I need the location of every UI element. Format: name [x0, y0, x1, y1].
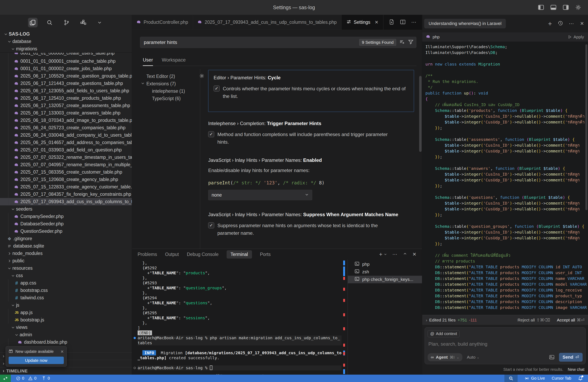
chat-tab[interactable]: Understanding whereHas() in Laravel [424, 19, 506, 28]
toc-item-TypeScript (6)[interactable]: TypeScript (6) [141, 95, 200, 102]
close-tab-icon[interactable]: ✕ [375, 20, 378, 25]
tree-folder-node_modules[interactable]: node_modules [0, 250, 132, 257]
setting-checkbox[interactable]: ✓ [208, 131, 214, 137]
new-chat-icon[interactable]: + [548, 20, 552, 28]
ports-status[interactable]: 0 [42, 376, 50, 381]
tree-item[interactable]: 2025_07_15_083356_create_customer_table.… [0, 169, 132, 176]
panel-tab-Terminal[interactable]: Terminal [227, 250, 252, 259]
tree-item[interactable]: .gitignore [0, 235, 132, 242]
tree-item[interactable]: QuestionSeeder.php [0, 228, 132, 235]
maximize-panel-icon[interactable] [403, 251, 407, 257]
tree-item[interactable]: 2025_07_17_093943_add_cus_ins_udp_column… [0, 198, 132, 205]
cursor-tab-status[interactable]: Cursor Tab [552, 376, 571, 381]
tree-item[interactable]: 2025_07_15_120608_create_agency_table.ph… [0, 176, 132, 183]
tree-item[interactable]: JSapp.js [0, 309, 132, 316]
toc-item-Extensions (7)[interactable]: Extensions (7) [141, 80, 200, 88]
tree-item[interactable]: JSbootstrap.js [0, 316, 132, 324]
apply-button[interactable]: Apply [568, 35, 584, 39]
source-control-icon[interactable] [62, 18, 71, 27]
tree-folder-admin[interactable]: admin [0, 331, 132, 339]
panel-tab-Ports[interactable]: Ports [260, 252, 271, 257]
filter-icon[interactable] [408, 39, 413, 45]
agent-mode-selector[interactable]: ∞ Agent ⌘I ⌄ [428, 353, 462, 361]
settings-gear-icon[interactable] [575, 4, 581, 10]
close-panel-icon[interactable]: ✕ [412, 251, 416, 257]
timeline-section[interactable]: ›TIMELINE [0, 367, 132, 375]
setting-checkbox[interactable]: ✓ [208, 222, 214, 228]
go-live-button[interactable]: Go Live [525, 376, 545, 381]
history-icon[interactable] [558, 20, 563, 27]
reject-all-button[interactable]: Reject all⇧⌘⌫ [518, 318, 550, 323]
terminal-more-icon[interactable]: ⋯ [392, 251, 398, 257]
views-chevron-icon[interactable] [95, 18, 104, 27]
setting-gear-icon[interactable] [199, 73, 204, 79]
send-button[interactable]: Send⏎ [559, 353, 583, 362]
explorer-icon[interactable] [28, 18, 38, 27]
tree-item[interactable]: CompanySeeder.php [0, 213, 132, 220]
chat-input-placeholder[interactable]: Plan, search, build anything [428, 341, 582, 347]
tree-item[interactable]: database.sqlite [0, 242, 132, 250]
tree-folder-css[interactable]: css [0, 272, 132, 279]
scope-tab-Workspace[interactable]: Workspace [162, 56, 186, 66]
tree-item[interactable]: 0001_01_01_000000_create_users_table.php [0, 53, 132, 57]
add-context-chip[interactable]: @ Add context [428, 330, 460, 337]
setting-dropdown[interactable]: none [208, 190, 312, 200]
extensions-icon[interactable] [78, 18, 88, 27]
clear-filters-icon[interactable] [399, 39, 405, 45]
editor-tab-Settings[interactable]: Settings✕ [342, 15, 383, 30]
notifications-bell-icon[interactable] [578, 376, 583, 381]
tree-folder-migrations[interactable]: migrations [0, 45, 132, 53]
zoom-indicator[interactable] [504, 375, 518, 382]
new-terminal-icon[interactable]: + [379, 251, 387, 258]
toggle-panel-icon[interactable] [550, 5, 556, 10]
terminal-session-php[interactable]: php [348, 261, 422, 268]
attach-image-icon[interactable] [549, 354, 555, 360]
tree-item[interactable]: 2025_07_07_040957_rename_timestamp_in_mu… [0, 161, 132, 169]
code-content[interactable]: Illuminate\Support\Facades\Schema;Illumi… [422, 41, 588, 315]
settings-scrollbar[interactable] [419, 76, 421, 152]
editor-tab-2025_07_17_093943_add_cus_ins_udp_columns_to_tables.php[interactable]: 2025_07_17_093943_add_cus_ins_udp_column… [193, 15, 342, 30]
chat-more-icon[interactable]: ⋯ [569, 20, 574, 27]
tree-folder-SAS-LOG[interactable]: SAS-LOG [0, 30, 132, 38]
tree-folder-views[interactable]: views [0, 324, 132, 331]
panel-tab-Debug Console[interactable]: Debug Console [187, 252, 219, 257]
chat-close-icon[interactable]: ✕ [580, 21, 584, 26]
more-actions-icon[interactable]: ⋯ [411, 19, 417, 25]
tree-item[interactable]: 2025_07_01_033903_add_field_on_question.… [0, 146, 132, 154]
close-icon[interactable]: ✕ [60, 349, 64, 354]
tree-item[interactable]: 2025_06_17_133003_create_answers_table.p… [0, 109, 132, 117]
code-scrollbar[interactable] [585, 44, 588, 210]
tree-item[interactable]: #app.css [0, 279, 132, 287]
model-selector[interactable]: Auto⌄ [467, 355, 479, 360]
tree-item[interactable]: 2025_06_25_014657_add_address_to_compani… [0, 139, 132, 146]
editor-tab-ProductController.php[interactable]: ProductController.php [132, 15, 193, 30]
tree-item[interactable]: 2025_07_07_025322_rename_timestamp_in_us… [0, 154, 132, 161]
tree-item[interactable]: #tailwind.css [0, 294, 132, 302]
scope-tab-User[interactable]: User [143, 56, 153, 66]
tree-item[interactable]: 2025_06_17_132057_create_assessments_tab… [0, 102, 132, 109]
tree-item[interactable]: 2025_06_17_121443_create_questions_table… [0, 80, 132, 87]
open-changes-icon[interactable] [389, 19, 394, 26]
tree-item[interactable]: 2025_07_15_122833_create_agency_customer… [0, 183, 132, 191]
terminal-output[interactable]: }, {#5292 +"TABLE_NAME": "products", }, … [132, 260, 342, 375]
tree-item[interactable]: 0001_01_01_000002_create_jobs_table.php [0, 65, 132, 72]
chat-composer[interactable]: @ Add context Plan, search, build anythi… [425, 327, 586, 364]
tree-folder-database[interactable]: database [0, 38, 132, 45]
terminal-session-php check_foreign_keys...[interactable]: php check_foreign_keys... [348, 276, 422, 283]
remote-indicator[interactable] [0, 375, 11, 382]
settings-search-box[interactable]: parameter hints 9 Settings Found [140, 37, 416, 48]
new-chat-button[interactable]: New chat [568, 367, 584, 372]
search-icon[interactable] [45, 18, 54, 27]
tree-item[interactable]: 2025_06_24_025723_create_companies_table… [0, 124, 132, 132]
expand-edits-icon[interactable]: › [426, 318, 427, 323]
tree-item[interactable]: 0001_01_01_000001_create_cache_table.php [0, 57, 132, 65]
toc-item-intelephense (1)[interactable]: intelephense (1) [141, 88, 200, 95]
tree-item[interactable]: DatabaseSeeder.php [0, 220, 132, 228]
split-editor-icon[interactable] [400, 19, 406, 26]
tree-item[interactable]: #bootstrap.css [0, 287, 132, 294]
tree-folder-js[interactable]: js [0, 302, 132, 309]
tree-folder-public[interactable]: public [0, 257, 132, 265]
setting-checkbox[interactable]: ✓ [214, 86, 220, 92]
accept-all-button[interactable]: Accept all⌘⏎ [557, 318, 584, 323]
tree-item[interactable]: 2025_06_17_105529_create_question_groups… [0, 72, 132, 80]
